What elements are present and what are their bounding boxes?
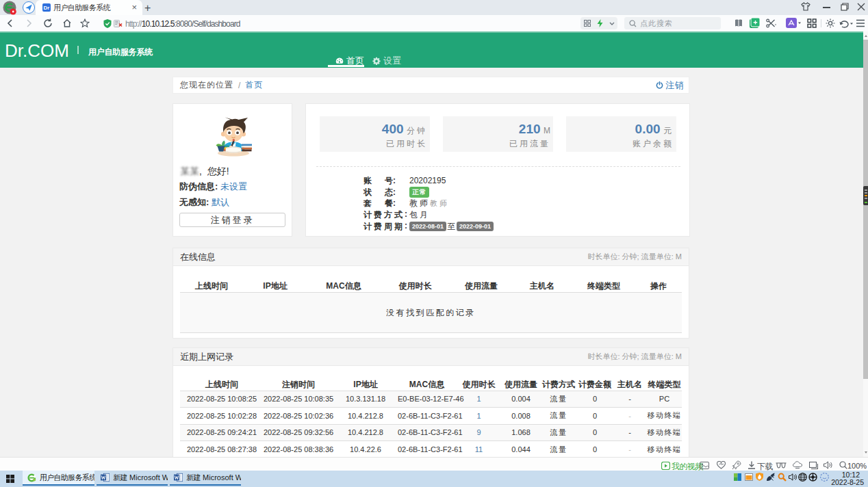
svg-text:Dr: Dr (44, 5, 50, 11)
